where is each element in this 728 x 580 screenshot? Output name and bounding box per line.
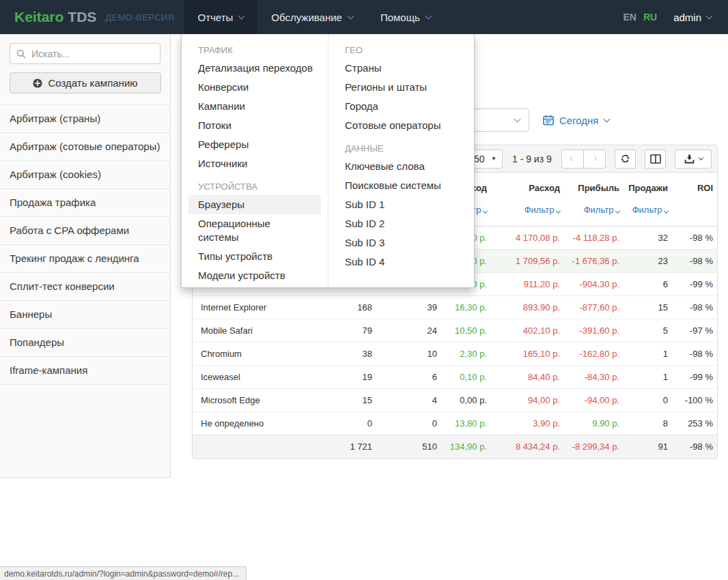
value-cell: 165,10 р. xyxy=(491,343,564,366)
menu-item[interactable]: Потоки xyxy=(188,116,321,135)
lang-switch-en[interactable]: EN xyxy=(623,12,636,23)
value-cell: 19 xyxy=(319,366,376,389)
refresh-button[interactable] xyxy=(615,149,636,169)
value-cell: 8 xyxy=(624,412,672,435)
sidebar-item-campaign[interactable]: Работа с CPA офферами xyxy=(0,217,170,245)
filter-link[interactable]: Фильтр xyxy=(524,205,560,215)
value-cell: 0,10 р. xyxy=(441,366,491,389)
sidebar-item-campaign[interactable]: Баннеры xyxy=(0,301,170,329)
value-cell: -97 % xyxy=(672,319,717,343)
menu-item[interactable]: Детализация переходов xyxy=(188,59,321,78)
value-cell: 1 721 xyxy=(319,435,376,459)
browser-name-cell: Chromium xyxy=(193,343,319,366)
column-header[interactable]: Продажи xyxy=(624,173,672,197)
menu-item[interactable]: Операционные системы xyxy=(188,214,284,247)
menu-item[interactable]: Sub ID 4 xyxy=(335,252,467,272)
chevron-down-icon xyxy=(706,12,713,19)
menu-item[interactable]: Браузеры xyxy=(188,195,321,214)
table-row: Chromium38102,30 р.165,10 р.-162,80 р.1-… xyxy=(193,343,717,366)
menu-item[interactable]: Рефереры xyxy=(188,135,321,154)
chevron-down-icon xyxy=(699,156,703,160)
columns-button[interactable] xyxy=(645,149,666,169)
sidebar-item-campaign[interactable]: Попандеры xyxy=(0,329,170,357)
menu-item[interactable]: Поисковые системы xyxy=(335,176,467,195)
menu-item[interactable]: Сотовые операторы xyxy=(335,116,467,135)
prev-page-button[interactable] xyxy=(561,149,584,169)
column-header[interactable]: Расход xyxy=(491,173,564,197)
nav-item-отчеты[interactable]: Отчеты xyxy=(184,0,258,34)
columns-icon xyxy=(650,154,661,164)
sidebar-item-campaign[interactable]: Арбитраж (cookies) xyxy=(0,161,170,189)
menu-item[interactable]: Sub ID 1 xyxy=(335,195,467,214)
value-cell: -98 % xyxy=(672,343,717,366)
value-cell: 94,00 р. xyxy=(491,389,564,412)
create-campaign-button[interactable]: Создать кампанию xyxy=(10,72,161,93)
value-cell: 10 xyxy=(376,343,441,366)
table-row: Не определено0013,80 р.3,90 р.9,90 р.825… xyxy=(193,412,717,435)
pagination-range: 1 - 9 из 9 xyxy=(512,154,552,164)
menu-item[interactable]: Кампании xyxy=(188,97,321,116)
browser-name-cell xyxy=(193,435,319,459)
value-cell: 91 xyxy=(624,435,672,459)
value-cell: -84,30 р. xyxy=(564,366,624,389)
filter-cell: Фильтр xyxy=(491,197,564,227)
page-size-value: 50 xyxy=(474,154,485,164)
sidebar-item-campaign[interactable]: Iframe-кампания xyxy=(0,357,170,385)
brand[interactable]: Keitaro TDS ДЕМО-ВЕРСИЯ xyxy=(0,0,184,34)
date-range-picker[interactable]: Сегодня xyxy=(543,108,609,132)
menu-item[interactable]: Конверсии xyxy=(188,78,321,97)
chevron-down-icon xyxy=(238,12,245,19)
menu-item[interactable]: Sub ID 2 xyxy=(335,214,467,233)
sidebar-item-campaign[interactable]: Трекинг продаж с лендинга xyxy=(0,245,170,273)
campaign-list: Арбитраж (страны)Арбитраж (сотовые опера… xyxy=(0,104,170,385)
browser-name-cell: Microsoft Edge xyxy=(193,389,319,412)
value-cell: -98 % xyxy=(672,250,717,273)
filter-link[interactable]: Фильтр xyxy=(584,205,619,215)
value-cell: 38 xyxy=(319,343,376,366)
filter-cell xyxy=(672,197,717,227)
nav-item-label: Отчеты xyxy=(198,12,234,23)
sidebar-item-campaign[interactable]: Арбитраж (сотовые операторы) xyxy=(0,133,170,161)
nav-menu: ОтчетыОбслуживаниеПомощь xyxy=(184,0,445,34)
value-cell: -1 676,36 р. xyxy=(564,250,624,273)
select-arrow-icon: ▼ xyxy=(491,156,496,162)
chevron-right-icon xyxy=(592,156,597,161)
search-input[interactable] xyxy=(10,43,160,64)
menu-item[interactable]: Ключевые слова xyxy=(335,157,467,176)
sidebar-item-campaign[interactable]: Сплит-тест конверсии xyxy=(0,273,170,301)
value-cell: 6 xyxy=(376,366,441,389)
menu-item[interactable]: Регионы и штаты xyxy=(335,78,467,97)
user-menu[interactable]: admin xyxy=(673,12,712,23)
menu-item[interactable]: Страны xyxy=(335,59,467,78)
menu-item[interactable]: Sub ID 3 xyxy=(335,233,467,252)
column-header[interactable]: ROI xyxy=(672,173,717,197)
next-page-button[interactable] xyxy=(583,149,606,169)
value-cell: -162,80 р. xyxy=(564,343,624,366)
value-cell: 2,30 р. xyxy=(441,343,491,366)
nav-item-помощь[interactable]: Помощь xyxy=(367,0,445,34)
sidebar-item-campaign[interactable]: Продажа трафика xyxy=(0,189,170,217)
date-range-label: Сегодня xyxy=(559,115,599,126)
filter-link[interactable]: Фильтр xyxy=(632,205,668,215)
nav-item-обслуживание[interactable]: Обслуживание xyxy=(257,0,367,34)
browser-name-cell: Iceweasel xyxy=(193,366,319,389)
menu-item[interactable]: Типы устройств xyxy=(188,247,321,266)
value-cell: 9,90 р. xyxy=(564,412,624,435)
nav-right: EN RU admin xyxy=(623,0,728,34)
menu-item[interactable]: Модели устройств xyxy=(188,266,321,285)
lang-switch-ru[interactable]: RU xyxy=(643,12,657,23)
value-cell: 5 xyxy=(624,319,672,343)
sidebar-item-campaign[interactable]: Арбитраж (страны) xyxy=(0,105,170,133)
value-cell: -98 % xyxy=(672,435,717,459)
column-header[interactable]: Прибыль xyxy=(564,173,624,197)
export-button[interactable] xyxy=(675,149,712,169)
value-cell: 0 xyxy=(624,389,672,412)
chevron-left-icon xyxy=(570,156,575,161)
browser-name-cell: Internet Explorer xyxy=(193,296,319,319)
value-cell: 8 434,24 р. xyxy=(491,435,564,459)
value-cell: 510 xyxy=(376,435,441,459)
menu-section-title: ДАННЫЕ xyxy=(345,143,458,154)
menu-item[interactable]: Источники xyxy=(188,154,321,173)
table-row: Mobile Safari792410,50 р.402,10 р.-391,6… xyxy=(193,319,717,343)
menu-item[interactable]: Города xyxy=(335,97,467,116)
